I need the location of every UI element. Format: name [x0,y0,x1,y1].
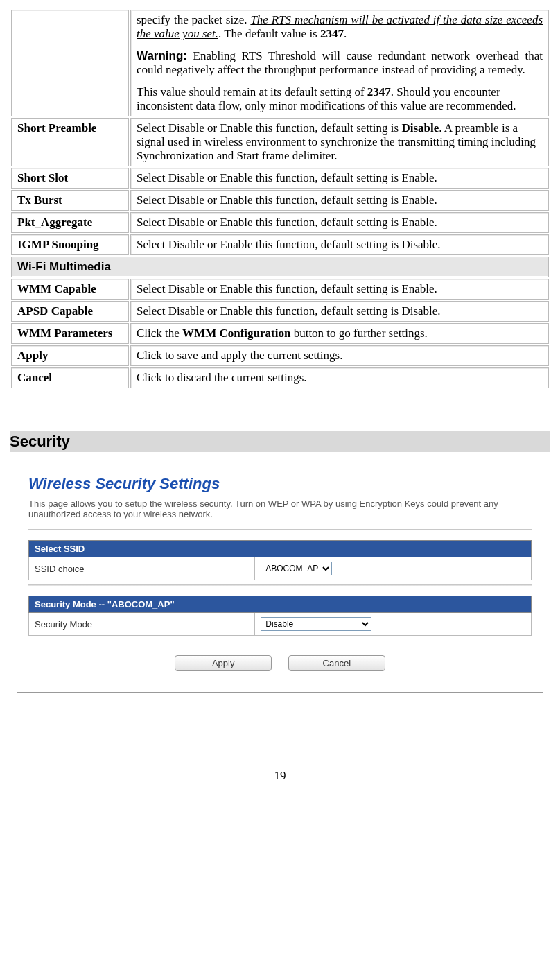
security-settings-panel: Wireless Security Settings This page all… [17,465,543,693]
ssid-choice-select[interactable]: ABOCOM_AP [261,562,332,575]
spec-desc: Select Disable or Enable this function, … [130,279,549,300]
table-row: specify the packet size. The RTS mechani… [11,10,549,116]
spec-desc-rts: specify the packet size. The RTS mechani… [130,10,549,116]
ssid-choice-label: SSID choice [29,557,255,580]
spec-label: Pkt_Aggregate [11,212,129,233]
text: . [344,27,347,40]
text-bold: Disable [401,121,439,135]
spec-desc: Select Disable or Enable this function, … [130,301,549,322]
spec-desc: Select Disable or Enable this function, … [130,118,549,166]
spec-desc: Select Disable or Enable this function, … [130,190,549,211]
spec-label: WMM Capable [11,279,129,300]
panel-description: This page allows you to setup the wirele… [28,499,532,519]
table-row: Short Slot Select Disable or Enable this… [11,168,549,189]
text: specify the packet size. [137,13,250,26]
divider [28,584,532,586]
spec-desc: Select Disable or Enable this function, … [130,212,549,233]
section-heading-security: Security [10,431,550,452]
table-row: IGMP Snooping Select Disable or Enable t… [11,234,549,255]
spec-label: Short Preamble [11,118,129,166]
text: Select Disable or Enable this function, … [137,121,401,135]
spec-label: Short Slot [11,168,129,189]
spec-desc: Click to discard the current settings. [130,367,549,388]
ssid-choice-cell: ABOCOM_AP [255,557,532,580]
table-row: WMM Parameters Click the WMM Configurati… [11,323,549,344]
spec-table: specify the packet size. The RTS mechani… [10,8,550,390]
divider [28,529,532,530]
table-row: Pkt_Aggregate Select Disable or Enable t… [11,212,549,233]
text-bold: 2347 [367,85,391,98]
section-header-wifi-multimedia: Wi-Fi Multimedia [11,257,549,277]
spec-label-empty [11,10,129,116]
text: This value should remain at its default … [137,85,367,98]
spec-label: IGMP Snooping [11,234,129,255]
bar-select-ssid: Select SSID [29,541,532,557]
ssid-config-table: Select SSID SSID choice ABOCOM_AP [28,540,532,580]
text: . The default value is [218,27,320,40]
spec-desc: Select Disable or Enable this function, … [130,168,549,189]
table-row: Short Preamble Select Disable or Enable … [11,118,549,166]
spec-label: WMM Parameters [11,323,129,344]
table-row: Apply Click to save and apply the curren… [11,345,549,366]
text-bold: 2347 [320,27,344,40]
spec-desc: Click the WMM Configuration button to go… [130,323,549,344]
table-row: WMM Capable Select Disable or Enable thi… [11,279,549,300]
bar-security-mode: Security Mode -- "ABOCOM_AP" [29,596,532,613]
spec-desc: Select Disable or Enable this function, … [130,234,549,255]
security-mode-select[interactable]: Disable [261,617,371,631]
spec-label: Tx Burst [11,190,129,211]
table-row: Wi-Fi Multimedia [11,257,549,277]
panel-title: Wireless Security Settings [28,475,532,493]
security-mode-cell: Disable [255,613,532,636]
security-mode-label: Security Mode [29,613,255,636]
text-bold: WMM Configuration [182,327,290,340]
cancel-button[interactable]: Cancel [288,655,385,671]
apply-button[interactable]: Apply [175,655,272,671]
warning-label: Warning: [137,49,187,62]
button-row: Apply Cancel [28,655,532,671]
spec-desc: Click to save and apply the current sett… [130,345,549,366]
page-number: 19 [10,769,550,783]
mode-config-table: Security Mode -- "ABOCOM_AP" Security Mo… [28,596,532,636]
text: Enabling RTS Threshold will cause redund… [137,49,543,76]
table-row: Tx Burst Select Disable or Enable this f… [11,190,549,211]
spec-label: Apply [11,345,129,366]
text: Click the [137,327,182,340]
table-row: APSD Capable Select Disable or Enable th… [11,301,549,322]
spec-label: APSD Capable [11,301,129,322]
text: button to go further settings. [290,327,427,340]
spec-label: Cancel [11,367,129,388]
table-row: Cancel Click to discard the current sett… [11,367,549,388]
